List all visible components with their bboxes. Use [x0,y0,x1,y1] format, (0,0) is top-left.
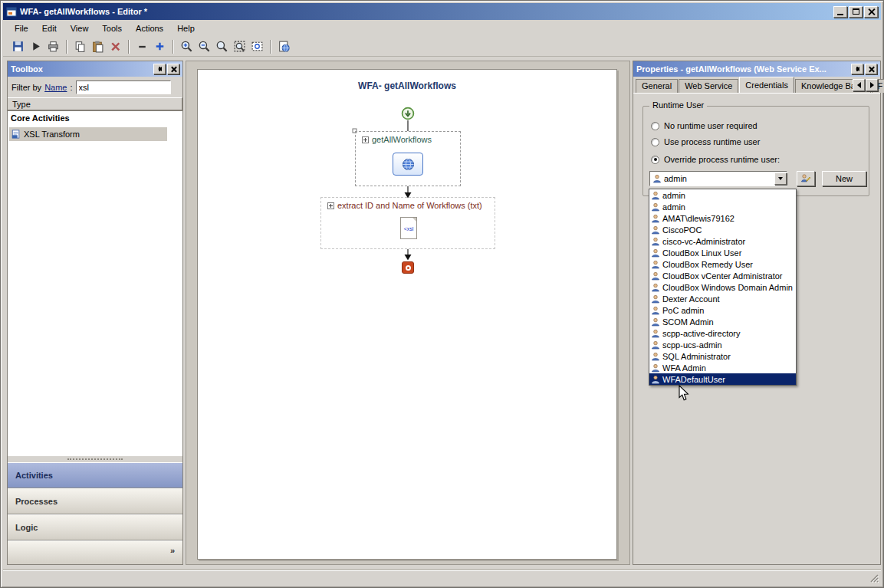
zoom-actual-button[interactable] [213,38,231,55]
menu-file[interactable]: File [8,21,35,35]
save-button[interactable] [9,38,27,55]
minimize-button[interactable] [833,6,847,18]
user-list-item[interactable]: scpp-ucs-admin [649,339,796,350]
user-list-item[interactable]: cisco-vc-Administrator [649,235,796,247]
delete-button[interactable] [107,38,124,55]
tab-credentials[interactable]: Credentials [739,77,794,93]
user-list-item[interactable]: admin [649,189,796,201]
combo-dropdown-button[interactable] [774,172,787,185]
zoom-fit-button[interactable] [231,38,248,55]
user-icon [651,202,660,212]
toolbox-close-button[interactable] [167,64,179,74]
paste-icon [91,40,104,53]
user-list-item[interactable]: CloudBox Linux User [649,247,796,258]
workflow-canvas[interactable]: WFA- getAllWorkflows [186,61,630,565]
menu-help[interactable]: Help [170,21,202,35]
tab-scroll-left-button[interactable] [853,79,865,91]
filter-name-link[interactable]: Name [44,83,67,92]
toolbox-filter-row: Filter byName: [8,77,182,97]
user-list-item[interactable]: Dexter Account [649,293,796,304]
nav-activities[interactable]: Activities [8,462,182,488]
run-button[interactable] [27,38,44,55]
end-node-icon[interactable] [402,261,414,274]
open-browser-button[interactable] [275,38,293,55]
radio-no-runtime-user[interactable]: No runtime user required [651,120,757,131]
user-icon [651,248,660,258]
paste-button[interactable] [89,38,107,55]
filter-input[interactable] [76,80,171,94]
menu-edit[interactable]: Edit [35,21,64,35]
print-button[interactable] [44,38,62,55]
radio-use-process-runtime-user[interactable]: Use process runtime user [651,136,760,147]
new-user-button[interactable]: New [822,171,866,186]
tab-scroll-right-button[interactable] [866,79,878,91]
radio-override-runtime-user[interactable]: Override process runtime user: [651,154,780,165]
arrow-right-icon [870,82,874,88]
user-name: CloudBox vCenter Administrator [662,271,783,281]
user-name: admin [662,191,685,200]
zoom-in-button[interactable] [178,38,196,55]
user-list-item[interactable]: CiscoPOC [649,224,796,235]
radio-checked-icon [651,156,659,164]
user-list-item[interactable]: SQL Administrator [649,350,796,362]
toolbar-separator [270,40,271,54]
runtime-user-combobox[interactable]: admin [649,171,787,186]
workflow-page[interactable]: WFA- getAllWorkflows [197,69,617,560]
user-list-item[interactable]: CloudBox vCenter Administrator [649,270,796,281]
copy-button[interactable] [71,38,89,55]
arrow-left-icon [857,82,861,88]
menu-actions[interactable]: Actions [129,21,170,35]
expand-button[interactable] [151,38,169,55]
zoom-out-button[interactable] [196,38,213,55]
radio-icon [651,138,659,146]
tab-web-service[interactable]: Web Service [679,79,738,93]
resize-grip-icon[interactable] [869,573,879,583]
close-button[interactable] [864,6,878,18]
toolbox-autohide-button[interactable] [153,64,166,74]
zoom-region-button[interactable] [248,38,266,55]
edit-credentials-button[interactable] [797,171,815,186]
start-node-icon[interactable] [401,107,415,120]
user-list-item[interactable]: CloudBox Remedy User [649,258,796,270]
user-list-item[interactable]: admin [649,201,796,212]
menu-view[interactable]: View [64,21,96,35]
radio-label: Use process runtime user [664,137,760,146]
user-list-item[interactable]: WFA Admin [649,362,796,373]
web-service-activity-icon[interactable] [393,153,423,176]
user-name: scpp-ucs-admin [662,340,722,350]
list-item-xsl-transform[interactable]: XSL Transform [9,127,167,141]
user-name: WFA Admin [662,363,706,373]
user-icon [651,283,660,292]
expand-icon[interactable] [327,202,334,209]
xsl-transform-icon [12,130,21,139]
tab-general[interactable]: General [636,79,678,93]
expand-icon[interactable] [362,136,369,143]
xsl-activity-icon[interactable]: <xsl [400,217,417,239]
expand-icon [153,40,166,53]
properties-close-button[interactable] [865,64,877,74]
maximize-button[interactable] [849,6,863,18]
user-list-item[interactable]: scpp-active-directory [649,327,796,339]
core-activities-group[interactable]: Core Activities [8,111,182,124]
chevron-more-icon: » [170,546,175,555]
user-list-item[interactable]: PoC admin [649,304,796,316]
menu-tools[interactable]: Tools [95,21,129,35]
user-icon [651,191,660,200]
activity-node-getallworkflows[interactable]: getAllWorkflows [355,131,461,186]
title-bar[interactable]: WFA- getAllWorkflows - Editor * [3,3,881,20]
user-name: Dexter Account [662,294,720,304]
activity-node-extract-id[interactable]: extract ID and Name of Workflows (txt) <… [320,197,495,249]
toolbox-splitter[interactable] [8,456,182,462]
user-icon [651,329,660,338]
user-list-item[interactable]: CloudBox Windows Domain Admin [649,281,796,293]
user-list-item[interactable]: AMAT\dlewis79162 [649,212,796,224]
user-list-item-selected[interactable]: WFADefaultUser [649,373,796,385]
main-area: Toolbox Filter byName: Type Core Activit… [3,57,881,570]
properties-autohide-button[interactable] [851,64,863,74]
user-list-item[interactable]: SCOM Admin [649,316,796,327]
collapse-button[interactable] [133,38,151,55]
type-column-header[interactable]: Type [8,97,182,110]
nav-logic[interactable]: Logic [8,514,182,540]
nav-processes[interactable]: Processes [8,488,182,514]
nav-more-button[interactable]: » [8,540,182,564]
